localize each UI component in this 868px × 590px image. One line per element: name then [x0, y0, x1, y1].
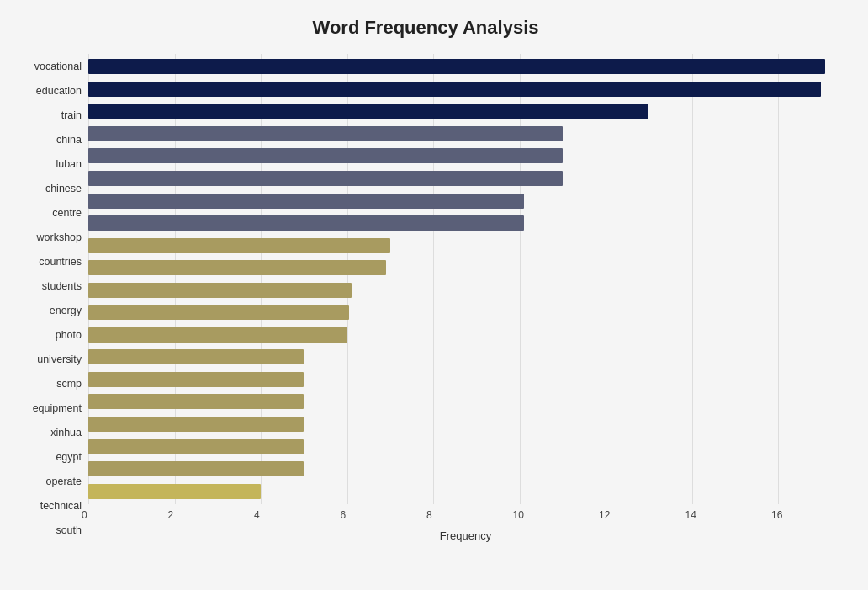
- bar-row-south: [88, 480, 843, 502]
- bar-centre: [88, 194, 524, 209]
- y-label-chinese: chinese: [45, 176, 82, 200]
- bar-row-energy: [88, 279, 843, 301]
- bar-university: [88, 327, 347, 343]
- y-label-university: university: [37, 347, 82, 371]
- bar-row-equipment: [88, 369, 843, 391]
- bar-row-xinhua: [88, 391, 843, 413]
- bar-chinese: [88, 171, 563, 186]
- x-tick-16: 16: [771, 509, 782, 521]
- y-label-operate: operate: [46, 469, 82, 493]
- bar-row-operate: [88, 435, 843, 458]
- chart-area: vocationaleducationtrainchinalubanchines…: [8, 54, 843, 542]
- bar-scmp: [88, 349, 304, 364]
- y-label-equipment: equipment: [33, 396, 82, 420]
- y-label-china: china: [56, 127, 82, 151]
- y-label-centre: centre: [52, 200, 82, 225]
- bars-and-grid: 0246810121416 Frequency: [88, 54, 843, 542]
- bar-workshop: [88, 215, 524, 231]
- bar-china: [88, 126, 563, 141]
- y-label-workshop: workshop: [37, 225, 82, 249]
- y-labels: vocationaleducationtrainchinalubanchines…: [8, 54, 88, 542]
- y-label-energy: energy: [50, 298, 82, 322]
- bars-column: [88, 54, 843, 504]
- bar-train: [88, 104, 648, 119]
- bar-row-students: [88, 257, 843, 279]
- bar-vocational: [88, 59, 825, 74]
- chart-title: Word Frequency Analysis: [8, 17, 843, 39]
- x-tick-0: 0: [82, 509, 87, 521]
- x-tick-12: 12: [599, 509, 610, 521]
- bottom-area: 0246810121416 Frequency: [88, 504, 843, 542]
- bar-row-workshop: [88, 212, 843, 235]
- x-tick-2: 2: [168, 509, 174, 521]
- bar-row-technical: [88, 458, 843, 481]
- y-label-train: train: [61, 103, 82, 127]
- y-label-south: south: [56, 518, 82, 542]
- bar-students: [88, 260, 386, 275]
- bar-row-egypt: [88, 413, 843, 436]
- x-tick-6: 6: [341, 509, 347, 521]
- x-tick-8: 8: [426, 509, 432, 521]
- bar-row-scmp: [88, 346, 843, 369]
- bar-countries: [88, 238, 390, 253]
- bar-row-vocational: [88, 56, 843, 78]
- bar-row-centre: [88, 189, 843, 212]
- bar-row-train: [88, 100, 843, 123]
- bar-egypt: [88, 417, 304, 432]
- x-axis-labels: 0246810121416: [88, 509, 843, 526]
- bar-row-photo: [88, 301, 843, 324]
- bar-photo: [88, 305, 349, 320]
- y-label-students: students: [42, 274, 82, 298]
- bar-luban: [88, 148, 563, 163]
- bar-row-luban: [88, 145, 843, 167]
- bar-south: [88, 484, 261, 499]
- bar-equipment: [88, 372, 304, 387]
- grid-and-bars: [88, 54, 843, 504]
- y-label-education: education: [36, 78, 82, 103]
- y-label-vocational: vocational: [34, 54, 82, 78]
- bar-technical: [88, 461, 304, 476]
- bar-education: [88, 82, 821, 97]
- y-label-luban: luban: [56, 151, 82, 176]
- bar-energy: [88, 283, 352, 298]
- y-label-xinhua: xinhua: [50, 420, 82, 444]
- y-label-scmp: scmp: [56, 371, 82, 396]
- bar-row-university: [88, 324, 843, 347]
- x-tick-10: 10: [513, 509, 524, 521]
- x-tick-14: 14: [685, 509, 696, 521]
- y-label-egypt: egypt: [56, 444, 82, 469]
- bar-row-chinese: [88, 167, 843, 190]
- x-tick-4: 4: [254, 509, 260, 521]
- chart-container: Word Frequency Analysis vocationaleducat…: [0, 0, 868, 590]
- bar-operate: [88, 439, 304, 454]
- y-label-countries: countries: [39, 249, 82, 274]
- bar-row-education: [88, 78, 843, 101]
- bar-row-countries: [88, 234, 843, 257]
- bar-xinhua: [88, 394, 304, 409]
- x-axis-title: Frequency: [88, 529, 843, 542]
- y-label-photo: photo: [56, 322, 82, 347]
- y-label-technical: technical: [40, 493, 82, 518]
- bar-row-china: [88, 123, 843, 146]
